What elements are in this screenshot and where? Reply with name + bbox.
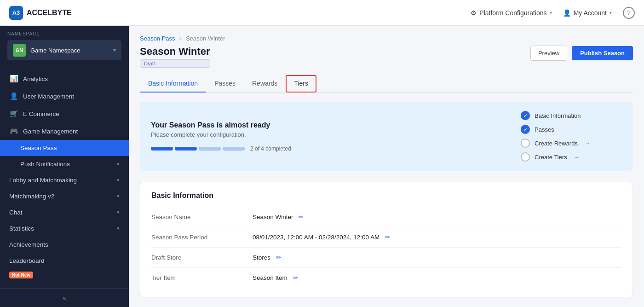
- progress-text: 2 of 4 completed: [250, 145, 291, 152]
- field-value-tier-item: Season Item ✏: [253, 268, 621, 288]
- sidebar-item-ecommerce[interactable]: 🛒 E Commerce: [0, 105, 129, 122]
- preview-button[interactable]: Preview: [530, 46, 567, 61]
- lobby-arrow: ▾: [117, 177, 120, 183]
- progress-banner: Your Season Pass is almost ready Please …: [140, 102, 633, 171]
- sidebar-item-chat[interactable]: Chat ▾: [0, 204, 129, 220]
- field-value-season-name: Season Winter ✏: [253, 207, 621, 227]
- platform-config-chevron: ▾: [550, 10, 552, 15]
- table-row: Season Name Season Winter ✏: [151, 207, 621, 227]
- sidebar-item-achievements-label: Achievements: [9, 241, 120, 248]
- sidebar: NAMESPACE GN Game Namespace ▾ 📊 Analytic…: [0, 26, 129, 307]
- namespace-arrow: ▾: [113, 47, 116, 53]
- sidebar-item-user-management[interactable]: 👤 User Management: [0, 87, 129, 105]
- edit-tier-item-icon[interactable]: ✏: [293, 274, 298, 281]
- field-label-season-name: Season Name: [151, 207, 253, 227]
- progress-title: Your Season Pass is almost ready: [151, 121, 502, 129]
- tab-passes[interactable]: Passes: [206, 75, 244, 93]
- checklist-rewards-label: Create Rewards: [535, 140, 578, 147]
- publish-button[interactable]: Publish Season: [572, 46, 633, 60]
- tabs: Basic Information Passes Rewards Tiers: [140, 75, 633, 93]
- tab-rewards[interactable]: Rewards: [244, 75, 286, 93]
- progress-subtitle: Please complete your configuration.: [151, 131, 502, 138]
- rewards-arrow-icon: →: [584, 140, 590, 147]
- namespace-label: NAMESPACE: [7, 31, 121, 36]
- progress-left: Your Season Pass is almost ready Please …: [151, 121, 502, 152]
- checklist-item-basic-info: ✓ Basic Information: [521, 111, 622, 120]
- sidebar-item-game-management-label: Game Management: [23, 128, 120, 135]
- namespace-name: Game Namespace: [30, 47, 109, 54]
- namespace-badge: GN: [13, 44, 26, 57]
- logo-text: ACCELBYTE: [27, 9, 72, 17]
- breadcrumb-separator: >: [179, 35, 183, 42]
- logo: A3 ACCELBYTE: [9, 6, 72, 20]
- checklist-item-create-rewards[interactable]: Create Rewards →: [521, 139, 622, 148]
- tiers-arrow-icon: →: [574, 154, 580, 161]
- checklist-item-create-tiers[interactable]: Create Tiers →: [521, 152, 622, 162]
- table-row: Tier Item Season Item ✏: [151, 268, 621, 288]
- tab-basic-information[interactable]: Basic Information: [140, 75, 206, 93]
- my-account-label: My Account: [574, 9, 607, 17]
- sidebar-item-matchmaking-label: Matchmaking v2: [9, 193, 112, 200]
- sidebar-item-season-pass[interactable]: Season Pass: [0, 140, 129, 156]
- user-management-icon: 👤: [9, 92, 18, 100]
- field-label-tier-item: Tier Item: [151, 268, 253, 288]
- status-badge: Draft: [140, 59, 210, 68]
- page-header: Season Winter Draft Preview Publish Seas…: [140, 46, 633, 68]
- topbar: A3 ACCELBYTE ⚙ Platform Configurations ▾…: [0, 0, 644, 26]
- check-basic-info-icon: ✓: [521, 111, 530, 120]
- sidebar-item-push-notifications-label: Push Notifications: [20, 161, 112, 168]
- breadcrumb-parent[interactable]: Season Pass: [140, 35, 175, 42]
- checklist-tiers-label: Create Tiers: [535, 154, 567, 161]
- sidebar-item-game-management[interactable]: 🎮 Game Management: [0, 122, 129, 140]
- sidebar-item-season-pass-label: Season Pass: [20, 145, 120, 151]
- sidebar-item-chat-label: Chat: [9, 209, 112, 216]
- checklist-item-passes: ✓ Passes: [521, 125, 622, 134]
- sidebar-item-push-notifications[interactable]: Push Notifications ▾: [0, 156, 129, 172]
- platform-config-button[interactable]: ⚙ Platform Configurations ▾: [471, 9, 552, 17]
- logo-icon: A3: [9, 6, 23, 20]
- analytics-icon: 📊: [9, 75, 18, 83]
- sidebar-item-statistics[interactable]: Statistics ▾: [0, 220, 129, 237]
- checklist-basic-info-label: Basic Information: [535, 112, 581, 119]
- edit-draft-store-icon[interactable]: ✏: [276, 254, 281, 261]
- sidebar-item-lobby-matchmaking[interactable]: Lobby and Matchmaking ▾: [0, 172, 129, 188]
- matchmaking-arrow: ▾: [117, 193, 120, 199]
- sidebar-item-analytics[interactable]: 📊 Analytics: [0, 70, 129, 87]
- tab-tiers[interactable]: Tiers: [286, 75, 316, 93]
- check-rewards-icon: [521, 139, 530, 148]
- sidebar-item-ecommerce-label: E Commerce: [23, 110, 120, 117]
- help-button[interactable]: ?: [623, 7, 635, 19]
- progress-segment-2: [175, 147, 197, 151]
- progress-segment-4: [223, 147, 245, 151]
- sidebar-item-achievements[interactable]: Achievements: [0, 237, 129, 253]
- main-layout: NAMESPACE GN Game Namespace ▾ 📊 Analytic…: [0, 26, 644, 307]
- sidebar-collapse-button[interactable]: «: [0, 288, 129, 307]
- field-value-period: 08/01/2023, 12:00 AM - 02/28/2024, 12:00…: [253, 227, 621, 248]
- sidebar-item-leaderboard[interactable]: Leaderboard: [0, 253, 129, 269]
- content-area: Season Pass > Season Winter Season Winte…: [129, 26, 644, 307]
- basic-information-card: Basic Information Season Name Season Win…: [140, 182, 633, 297]
- ecommerce-icon: 🛒: [9, 110, 18, 118]
- game-management-icon: 🎮: [9, 127, 18, 135]
- page-title-section: Season Winter Draft: [140, 46, 210, 68]
- edit-season-name-icon[interactable]: ✏: [299, 214, 304, 220]
- push-notifications-arrow: ▾: [117, 161, 120, 167]
- account-icon: 👤: [563, 9, 571, 17]
- table-row: Season Pass Period 08/01/2023, 12:00 AM …: [151, 227, 621, 248]
- field-label-period: Season Pass Period: [151, 227, 253, 248]
- checklist-passes-label: Passes: [535, 126, 554, 133]
- my-account-button[interactable]: 👤 My Account ▾: [563, 9, 612, 17]
- sidebar-item-user-management-label: User Management: [23, 93, 120, 100]
- namespace-section: NAMESPACE GN Game Namespace ▾: [0, 26, 129, 66]
- collapse-icon: «: [63, 294, 66, 301]
- sidebar-item-matchmaking-v2[interactable]: Matchmaking v2 ▾: [0, 188, 129, 204]
- namespace-selector[interactable]: GN Game Namespace ▾: [7, 40, 121, 60]
- progress-segment-1: [151, 147, 173, 151]
- breadcrumb: Season Pass > Season Winter: [140, 35, 633, 42]
- statistics-arrow: ▾: [117, 226, 120, 232]
- sidebar-nav: 📊 Analytics 👤 User Management 🛒 E Commer…: [0, 66, 129, 288]
- account-chevron: ▾: [610, 10, 612, 15]
- check-tiers-icon: [521, 152, 530, 162]
- progress-segment-3: [199, 147, 221, 151]
- edit-period-icon[interactable]: ✏: [385, 234, 390, 241]
